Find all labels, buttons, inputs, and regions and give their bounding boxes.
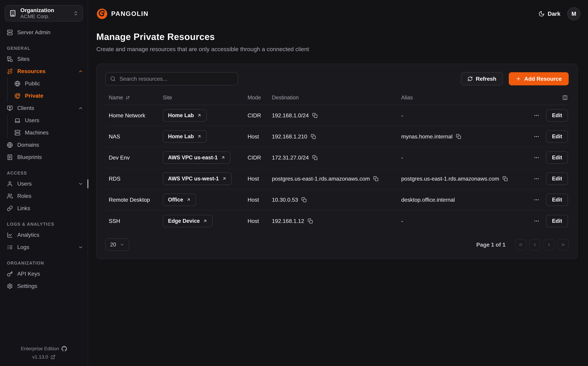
avatar[interactable]: M [567,7,581,20]
previous-page-button[interactable] [529,239,540,250]
row-menu-button[interactable] [534,134,539,139]
external-link-icon [51,355,55,359]
site-link-button[interactable]: Edge Device [163,215,213,227]
site-name: Office [168,197,183,203]
sidebar-item-blueprints[interactable]: Blueprints [0,151,83,163]
sidebar-item-analytics[interactable]: Analytics [0,229,83,241]
sidebar-item-label: Links [17,205,30,212]
link-icon [7,206,13,211]
column-settings-button[interactable] [562,95,568,100]
more-horizontal-icon [534,113,539,118]
org-picker-value: ACME Corp. [20,14,69,20]
resource-alias: - [401,218,403,224]
sidebar-heading-organization: ORGANIZATION [0,261,83,266]
version-link[interactable]: v1.13.0 [0,354,88,360]
edit-button[interactable]: Edit [546,194,568,206]
chevron-down-icon [78,245,83,250]
chart-line-icon [7,232,13,238]
edit-button[interactable]: Edit [546,215,568,227]
site-link-button[interactable]: AWS VPC us-east-1 [163,151,230,164]
edit-button[interactable]: Edit [546,109,568,122]
search-input[interactable] [119,76,233,82]
sidebar-resize-handle[interactable] [87,179,88,188]
last-page-button[interactable] [558,239,569,250]
page-info: Page 1 of 1 [476,242,506,248]
edition-link[interactable]: Enterprise Edition [0,346,88,351]
sidebar-item-label: Domains [17,142,39,148]
page-size-select[interactable]: 20 [105,238,129,251]
first-page-button[interactable] [515,239,526,250]
sidebar-heading-logs-analytics: LOGS & ANALYTICS [0,222,83,227]
add-resource-button[interactable]: Add Resource [509,72,569,85]
column-header-name[interactable]: Name [105,94,159,101]
sidebar-item-api-keys[interactable]: API Keys [0,268,83,280]
page-size-value: 20 [110,242,116,248]
resource-name: RDS [109,175,120,182]
table-row: Dev Env AWS VPC us-east-1 CIDR 172.31.27… [105,147,569,168]
resource-mode: CIDR [248,112,261,119]
copy-alias-button[interactable] [503,176,508,181]
resource-destination: 192.168.1.12 [272,218,304,224]
topbar-right: Dark M [538,7,581,20]
sidebar-item-server-admin[interactable]: Server Admin [0,26,83,38]
org-picker[interactable]: Organization ACME Corp. [5,5,83,22]
edit-button[interactable]: Edit [546,172,568,185]
sidebar-item-roles[interactable]: Roles [0,190,83,202]
next-page-button[interactable] [544,239,554,250]
copy-destination-button[interactable] [311,134,316,139]
sidebar-item-logs[interactable]: Logs [0,241,83,253]
sidebar-item-machines[interactable]: Machines [15,127,83,139]
site-link-button[interactable]: Home Lab [163,109,207,122]
site-name: Home Lab [168,112,194,119]
refresh-icon [468,76,473,81]
page-head: Manage Private Resources Create and mana… [96,31,581,53]
resource-mode: CIDR [248,154,261,161]
sidebar-item-label: Clients [17,105,34,111]
arrow-up-right-icon [222,176,227,181]
sidebar-item-public[interactable]: Public [15,77,83,90]
sidebar-item-resources[interactable]: Resources [0,65,83,77]
copy-destination-button[interactable] [312,155,317,160]
copy-destination-button[interactable] [301,197,307,202]
row-menu-button[interactable] [534,155,539,160]
sidebar-item-private[interactable]: Private [15,90,83,102]
sidebar-item-settings[interactable]: Settings [0,280,83,292]
sidebar-item-clients[interactable]: Clients [0,102,83,114]
sidebar-item-sites[interactable]: Sites [0,53,83,65]
row-menu-button[interactable] [534,218,539,224]
resource-destination: 172.31.27.0/24 [272,154,309,161]
resource-name: Dev Env [109,154,130,161]
resources-icon [7,69,13,74]
copy-destination-button[interactable] [312,113,317,118]
sidebar-item-links[interactable]: Links [0,202,83,214]
more-horizontal-icon [534,134,539,139]
gear-icon [7,283,13,289]
copy-alias-button[interactable] [456,134,461,139]
add-resource-label: Add Resource [524,76,562,82]
brand: PANGOLIN [96,8,149,20]
copy-icon [308,218,313,224]
refresh-button[interactable]: Refresh [461,72,503,85]
edit-button[interactable]: Edit [546,130,568,143]
sidebar-item-domains[interactable]: Domains [0,139,83,151]
row-menu-button[interactable] [534,176,539,182]
table-row: SSH Edge Device Host 192.168.1.12 [105,211,569,232]
copy-destination-button[interactable] [373,176,378,181]
sidebar-item-client-users[interactable]: Users [15,114,83,127]
column-header-alias: Alias [398,94,532,101]
sidebar-item-users[interactable]: Users [0,178,83,190]
row-menu-button[interactable] [534,197,539,203]
blueprints-icon [7,154,13,160]
theme-toggle[interactable]: Dark [538,11,560,17]
resources-sub-list: Public Private [7,77,83,102]
site-link-button[interactable]: Home Lab [163,130,207,143]
copy-destination-button[interactable] [308,218,313,224]
monitor-up-icon [7,105,13,111]
site-link-button[interactable]: Office [163,194,196,206]
site-link-button[interactable]: AWS VPC us-west-1 [163,172,232,185]
copy-icon [312,155,317,160]
copy-icon [456,134,461,139]
row-menu-button[interactable] [534,113,539,118]
edit-button[interactable]: Edit [546,151,568,164]
resource-alias: desktop.office.internal [401,197,455,203]
